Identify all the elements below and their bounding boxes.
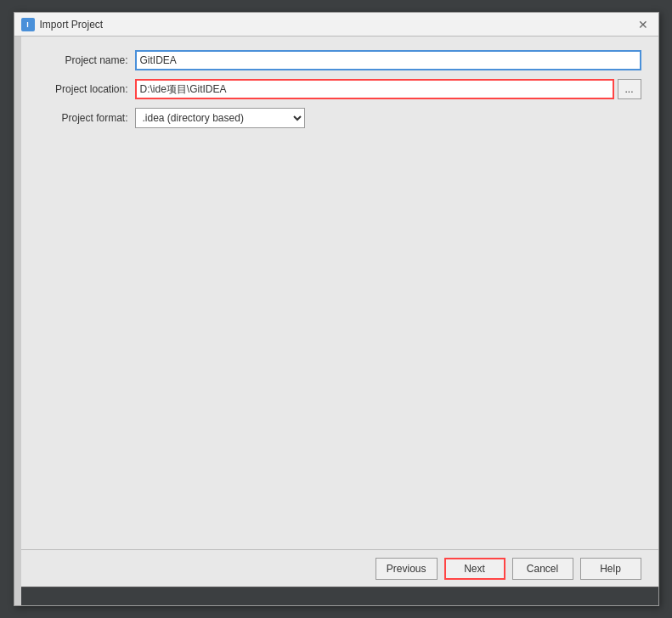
project-name-row: Project name: [35,50,641,70]
previous-button[interactable]: Previous [376,558,438,580]
browse-button[interactable]: ... [618,79,641,99]
project-format-select[interactable]: .idea (directory based) .ipr (file based… [135,108,305,128]
close-button[interactable]: ✕ [635,16,652,33]
dialog-content: Project name: Project location: ... Proj… [14,37,658,605]
cancel-button[interactable]: Cancel [512,558,573,580]
project-location-row: Project location: ... [35,79,641,99]
project-format-row: Project format: .idea (directory based) … [35,108,641,128]
dialog-title: Import Project [40,19,104,31]
location-wrapper: ... [135,79,641,99]
form-area: Project name: Project location: ... Proj… [14,37,658,142]
project-location-input[interactable] [135,79,614,99]
main-body [14,142,658,549]
project-name-label: Project name: [35,54,128,66]
title-bar: I Import Project ✕ [14,13,658,37]
project-name-input[interactable] [135,50,641,70]
import-project-dialog: I Import Project ✕ Project name: Project… [14,12,659,606]
next-button[interactable]: Next [444,558,505,580]
button-bar: Previous Next Cancel Help [14,549,658,587]
status-bar [14,587,658,605]
project-format-label: Project format: [35,112,128,124]
dialog-icon: I [21,18,35,31]
title-bar-left: I Import Project [21,18,104,31]
left-sidebar-bar [14,37,21,605]
help-button[interactable]: Help [580,558,641,580]
project-location-label: Project location: [35,83,128,95]
